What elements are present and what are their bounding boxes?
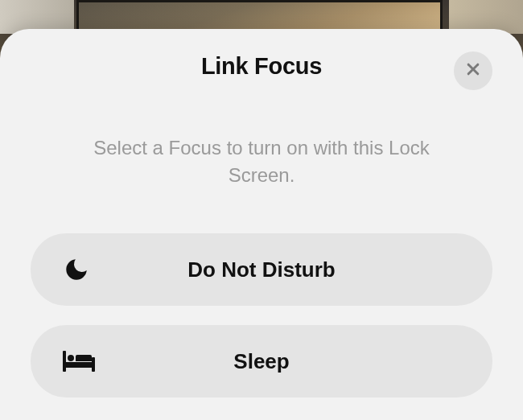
- link-focus-sheet: Link Focus Select a Focus to turn on wit…: [0, 29, 523, 420]
- sheet-header: Link Focus: [31, 53, 492, 80]
- focus-option-do-not-disturb[interactable]: Do Not Disturb: [31, 233, 492, 306]
- focus-options-list: Do Not Disturb Sleep: [31, 233, 492, 397]
- sheet-title: Link Focus: [201, 53, 322, 80]
- focus-option-sleep[interactable]: Sleep: [31, 325, 492, 397]
- bg-wallpaper-preview: [76, 0, 443, 32]
- close-icon: [465, 61, 481, 80]
- focus-option-label: Do Not Disturb: [63, 257, 460, 282]
- close-button[interactable]: [454, 51, 492, 90]
- focus-option-label: Sleep: [63, 349, 460, 374]
- sheet-description: Select a Focus to turn on with this Lock…: [31, 134, 492, 188]
